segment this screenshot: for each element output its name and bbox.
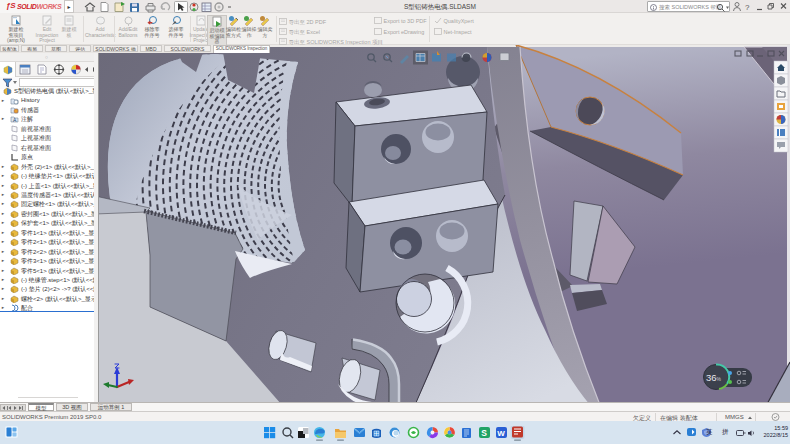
svg-text:S: S <box>481 428 487 438</box>
svg-text:?: ? <box>745 3 750 12</box>
svg-text:W: W <box>497 429 505 438</box>
svg-text:%: % <box>717 376 722 382</box>
svg-text:36: 36 <box>706 372 717 383</box>
